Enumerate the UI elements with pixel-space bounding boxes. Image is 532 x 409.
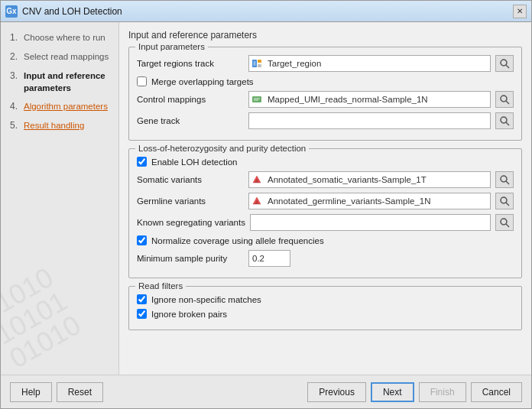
merge-overlapping-row: Merge overlapping targets — [137, 76, 514, 86]
read-filters-title: Read filters — [135, 281, 186, 291]
svg-line-18 — [506, 181, 509, 184]
finish-button[interactable]: Finish — [419, 382, 466, 402]
germline-variants-browse[interactable] — [495, 193, 514, 209]
sidebar-item-3[interactable]: 3. Input and reference parameters — [7, 68, 112, 96]
main-panel: Input and reference parameters Input par… — [119, 22, 531, 375]
loh-group-title: Loss-of-heterozygosity and purity detect… — [135, 144, 309, 153]
somatic-variants-value: Annotated_somatic_variants-Sample_1T — [264, 175, 490, 184]
sidebar-num-5: 5. — [10, 119, 21, 132]
sidebar-label-4: Algorithm parameters — [24, 100, 108, 112]
target-regions-input-wrapper: Target_region — [248, 55, 491, 72]
sidebar-item-4[interactable]: 4. Algorithm parameters — [7, 99, 112, 115]
merge-overlapping-label: Merge overlapping targets — [151, 77, 254, 86]
min-sample-purity-label: Minimum sample purity — [137, 254, 244, 263]
read-filters-group: Read filters Ignore non-specific matches… — [128, 286, 522, 330]
sidebar-label-5: Result handling — [24, 119, 84, 131]
germline-variants-value: Annotated_germline_variants-Sample_1N — [264, 196, 490, 206]
section-title: Input and reference parameters — [128, 30, 522, 41]
input-parameters-title: Input parameters — [135, 42, 208, 51]
gene-track-input[interactable] — [248, 112, 491, 129]
svg-rect-1 — [258, 60, 261, 63]
gene-track-browse[interactable] — [495, 112, 514, 129]
germline-variants-row: Germline variants Annotated_germline_var… — [137, 193, 514, 209]
sidebar-item-5[interactable]: 5. Result handling — [7, 118, 112, 134]
control-mappings-row: Control mappings Mapped_UMI_reads_normal… — [137, 91, 514, 108]
sidebar-item-1[interactable]: 1. Choose where to run — [7, 30, 112, 46]
enable-loh-row: Enable LOH detection — [137, 157, 514, 167]
normalize-coverage-row: Normalize coverage using allele frequenc… — [137, 235, 514, 245]
reset-button[interactable]: Reset — [57, 382, 103, 402]
known-segregating-browse[interactable] — [495, 214, 514, 231]
svg-line-22 — [506, 203, 509, 206]
content-area: 1. Choose where to run 2. Select read ma… — [1, 22, 531, 375]
normalize-coverage-checkbox[interactable] — [137, 235, 147, 245]
ignore-non-specific-label: Ignore non-specific matches — [151, 295, 261, 304]
control-mappings-icon — [249, 92, 264, 107]
cancel-button[interactable]: Cancel — [471, 382, 522, 402]
control-mappings-value: Mapped_UMI_reads_normal-Sample_1N — [264, 95, 490, 104]
ignore-non-specific-checkbox[interactable] — [137, 294, 147, 304]
window-title: CNV and LOH Detection — [22, 6, 508, 17]
sidebar-label-2: Select read mappings — [24, 50, 109, 63]
next-button[interactable]: Next — [371, 382, 414, 402]
known-segregating-label: Known segregating variants — [137, 218, 245, 227]
ignore-non-specific-row: Ignore non-specific matches — [137, 294, 514, 304]
svg-line-14 — [506, 122, 509, 125]
input-parameters-group: Input parameters Target regions track — [128, 47, 522, 141]
svg-point-6 — [501, 60, 507, 66]
min-sample-purity-input[interactable] — [248, 250, 290, 267]
enable-loh-label: Enable LOH detection — [151, 157, 238, 167]
svg-line-7 — [506, 65, 509, 68]
control-mappings-browse[interactable] — [495, 91, 514, 108]
svg-point-13 — [501, 117, 507, 123]
somatic-variants-label: Somatic variants — [137, 175, 244, 184]
footer: Help Reset Previous Next Finish Cancel — [1, 375, 531, 408]
sidebar-num-1: 1. — [10, 31, 21, 44]
ignore-broken-pairs-label: Ignore broken pairs — [151, 310, 227, 319]
somatic-variants-row: Somatic variants Annotated_somatic_varia… — [137, 171, 514, 188]
somatic-variants-icon — [249, 172, 264, 187]
watermark: 010101010101010 — [1, 263, 85, 373]
sidebar-num-3: 3. — [10, 70, 21, 83]
svg-point-11 — [501, 96, 507, 102]
known-segregating-row: Known segregating variants — [137, 214, 514, 231]
sidebar-num-4: 4. — [10, 100, 21, 113]
previous-button[interactable]: Previous — [307, 382, 366, 402]
gene-track-label: Gene track — [137, 116, 244, 125]
target-regions-value: Target_region — [264, 59, 490, 68]
svg-line-24 — [506, 224, 509, 227]
help-button[interactable]: Help — [10, 382, 52, 402]
merge-overlapping-checkbox[interactable] — [137, 76, 147, 86]
target-regions-label: Target regions track — [137, 59, 244, 68]
close-button[interactable]: ✕ — [513, 5, 527, 18]
germline-variants-icon — [249, 193, 264, 209]
somatic-variants-input-wrapper: Annotated_somatic_variants-Sample_1T — [248, 171, 491, 188]
svg-rect-2 — [258, 64, 261, 67]
target-regions-icon — [249, 56, 264, 71]
sidebar-label-3: Input and reference parameters — [24, 70, 109, 94]
control-mappings-input-wrapper: Mapped_UMI_reads_normal-Sample_1N — [248, 91, 491, 108]
ignore-broken-pairs-checkbox[interactable] — [137, 309, 147, 319]
control-mappings-label: Control mappings — [137, 95, 244, 104]
sidebar-num-2: 2. — [10, 50, 21, 63]
min-sample-purity-row: Minimum sample purity — [137, 250, 514, 267]
germline-variants-input-wrapper: Annotated_germline_variants-Sample_1N — [248, 193, 491, 209]
ignore-broken-pairs-row: Ignore broken pairs — [137, 309, 514, 319]
svg-rect-8 — [252, 96, 261, 102]
main-window: Gx CNV and LOH Detection ✕ 1. Choose whe… — [0, 0, 532, 409]
loh-group: Loss-of-heterozygosity and purity detect… — [128, 148, 522, 278]
normalize-coverage-label: Normalize coverage using allele frequenc… — [151, 236, 324, 245]
known-segregating-input[interactable] — [250, 214, 491, 231]
app-icon: Gx — [5, 5, 18, 18]
somatic-variants-browse[interactable] — [495, 171, 514, 188]
gene-track-row: Gene track — [137, 112, 514, 129]
svg-line-12 — [506, 101, 509, 104]
svg-point-21 — [501, 197, 507, 203]
svg-point-23 — [501, 219, 507, 225]
sidebar-item-2[interactable]: 2. Select read mappings — [7, 49, 112, 65]
enable-loh-checkbox[interactable] — [137, 157, 147, 167]
title-bar: Gx CNV and LOH Detection ✕ — [1, 1, 531, 22]
sidebar-label-1: Choose where to run — [24, 31, 105, 44]
sidebar: 1. Choose where to run 2. Select read ma… — [1, 22, 119, 375]
target-regions-browse[interactable] — [495, 55, 514, 72]
